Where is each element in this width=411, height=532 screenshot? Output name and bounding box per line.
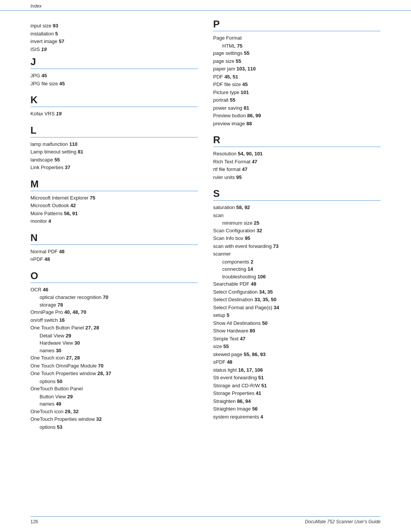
list-item: Scan Info box 95 <box>213 235 381 242</box>
list-item: Button View 29 <box>30 393 198 401</box>
col-left: input size 93installation 5invert image … <box>30 18 198 431</box>
list-item: rtf file format 47 <box>213 166 381 173</box>
list-item: options 53 <box>30 423 198 431</box>
section-letter-n: N <box>30 232 198 245</box>
list-item: Show Hardware 80 <box>213 327 381 335</box>
section-letter-j: J <box>30 56 198 69</box>
top-entries: input size 93installation 5invert image … <box>30 18 198 53</box>
list-item: status light 16, 17, 106 <box>213 366 381 374</box>
section-letter-o: O <box>30 270 198 283</box>
list-item: Microsoft Outlook 42 <box>30 202 198 209</box>
list-item: options 50 <box>30 378 198 385</box>
page-footer: 126 DocuMate 752 Scanner User's Guide <box>30 516 381 524</box>
list-item: Link Properties 37 <box>30 164 198 171</box>
section-letter-p: P <box>213 18 381 31</box>
list-item: Hardware View 30 <box>30 339 198 347</box>
list-item: system requirements 4 <box>213 413 381 421</box>
list-item: Picture type 101 <box>213 89 381 96</box>
list-item: Straighten Image 56 <box>213 405 381 413</box>
list-item: Normal PDF 48 <box>30 248 198 256</box>
list-item: One Touch Properties window 28, 37 <box>30 370 198 377</box>
page: Index input size 93installation 5invert … <box>0 0 411 532</box>
section-letter-k: K <box>30 94 198 107</box>
list-item: lamp malfunction 110 <box>30 141 198 148</box>
list-item: Detail View 29 <box>30 332 198 340</box>
list-item: page size 55 <box>213 58 381 65</box>
list-item: installation 5 <box>30 30 198 38</box>
list-item: JPG 45 <box>30 72 198 80</box>
list-item: Rich Text Format 47 <box>213 158 381 166</box>
list-item: names 49 <box>30 400 198 408</box>
list-item: scanner <box>213 250 381 258</box>
list-item: preview image 88 <box>213 120 381 128</box>
list-item: Show All Destinations 50 <box>213 320 381 327</box>
list-item: Select Format and Page(s) 34 <box>213 304 381 312</box>
list-item: saturation 58, 92 <box>213 204 381 211</box>
list-item: One Touch Button Panel 27, 28 <box>30 324 198 332</box>
list-item: OmniPage Pro 40, 48, 70 <box>30 308 198 316</box>
section-letter-s: S <box>213 188 381 201</box>
list-item: Storage Properties 41 <box>213 390 381 397</box>
list-item: scan <box>213 212 381 219</box>
list-item: One Touch icon 27, 28 <box>30 354 198 362</box>
list-item: skewed page 55, 86, 93 <box>213 351 381 358</box>
list-item: input size 93 <box>30 22 198 30</box>
list-item: Kofax VRS 19 <box>30 110 198 118</box>
list-item: One Touch OmniPage Module 70 <box>30 362 198 370</box>
footer-document-title: DocuMate 752 Scanner User's Guide <box>305 519 381 524</box>
list-item: PDF file size 45 <box>213 81 381 88</box>
main-content: input size 93installation 5invert image … <box>0 11 411 454</box>
list-item: PDF 45, 51 <box>213 73 381 81</box>
list-item: Lamp timeout setting 81 <box>30 148 198 156</box>
list-item: OneTouch Button Panel <box>30 385 198 393</box>
list-item: OneTouch icon 29, 32 <box>30 408 198 415</box>
page-header: Index <box>0 0 411 11</box>
list-item: setup 5 <box>213 312 381 319</box>
list-item: ISIS 19 <box>30 46 198 53</box>
list-item: scan with event forwarding 73 <box>213 243 381 250</box>
list-item: monitor 4 <box>30 217 198 225</box>
list-item: Scan Configuration 32 <box>213 227 381 235</box>
list-item: Page Format <box>213 34 381 42</box>
section-letter-m: M <box>30 178 198 191</box>
list-item: Straighten 86, 94 <box>213 398 381 405</box>
list-item: on/off switch 16 <box>30 316 198 324</box>
list-item: Resolution 54, 90, 101 <box>213 150 381 158</box>
section-letter-r: R <box>213 134 381 147</box>
list-item: paper jam 103, 110 <box>213 65 381 73</box>
list-item: HTML 75 <box>213 42 381 50</box>
section-letter-l: L <box>30 125 198 137</box>
col-right: PPage FormatHTML 75page settings 55page … <box>213 18 381 431</box>
list-item: OneTouch Properties window 32 <box>30 415 198 423</box>
list-item: landscape 55 <box>30 156 198 164</box>
list-item: names 30 <box>30 347 198 355</box>
list-item: nPDF 48 <box>30 256 198 263</box>
list-item: Storage and CD-R/W 51 <box>213 382 381 390</box>
list-item: troubleshooting 106 <box>213 273 381 281</box>
list-item: Select Configuration 34, 35 <box>213 288 381 296</box>
list-item: ruler units 95 <box>213 174 381 181</box>
list-item: Select Destination 33, 35, 50 <box>213 296 381 304</box>
list-item: minimum size 25 <box>213 219 381 227</box>
list-item: Searchable PDF 48 <box>213 280 381 288</box>
list-item: Moire Patterns 56, 91 <box>30 210 198 217</box>
header-label: Index <box>30 3 41 9</box>
list-item: Microsoft Internet Explorer 75 <box>30 194 198 202</box>
list-item: size 55 <box>213 343 381 350</box>
list-item: components 2 <box>213 258 381 266</box>
list-item: JPG file size 45 <box>30 80 198 88</box>
list-item: Simple Text 47 <box>213 335 381 343</box>
list-item: connecting 14 <box>213 265 381 273</box>
list-item: page settings 55 <box>213 50 381 57</box>
list-item: Preview button 86, 99 <box>213 112 381 120</box>
list-item: power saving 81 <box>213 104 381 112</box>
list-item: OCR 46 <box>30 286 198 294</box>
list-item: optical character recognition 70 <box>30 294 198 301</box>
list-item: sPDF 48 <box>213 358 381 366</box>
list-item: storage 78 <box>30 301 198 309</box>
list-item: invert image 57 <box>30 38 198 45</box>
list-item: portrait 55 <box>213 96 381 104</box>
footer-page-number: 126 <box>30 519 38 524</box>
list-item: Sti event forwarding 51 <box>213 374 381 382</box>
